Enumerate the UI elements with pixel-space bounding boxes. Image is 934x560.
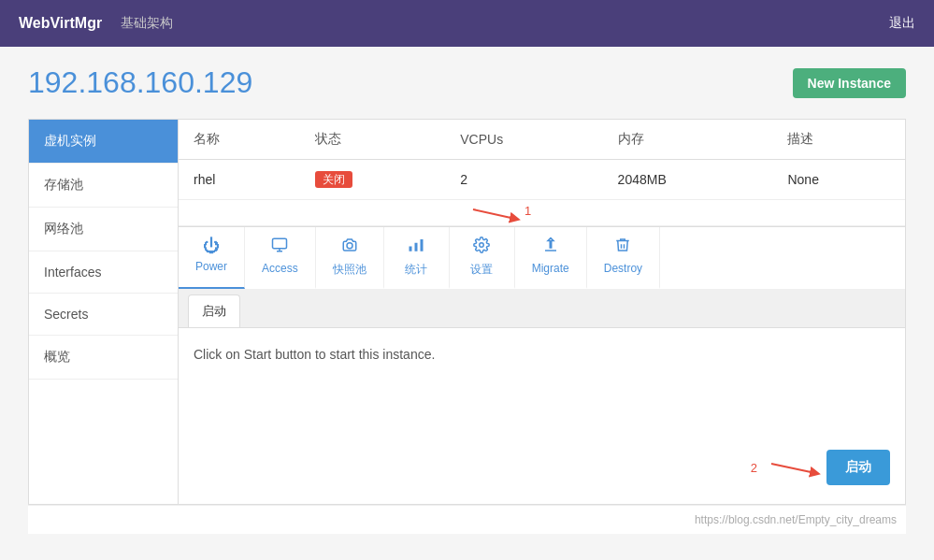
col-memory: 内存 <box>603 120 773 160</box>
access-icon <box>271 237 288 258</box>
header: WebVirtMgr 基础架构 退出 <box>0 0 934 47</box>
tab-migrate[interactable]: Migrate <box>515 227 587 289</box>
action-tabs: ⏻ Power Access 快照池 <box>179 226 905 289</box>
sidebar-item-overview[interactable]: 概览 <box>29 336 178 380</box>
cell-memory: 2048MB <box>603 160 773 200</box>
sidebar-item-vm-instances[interactable]: 虚机实例 <box>29 120 178 164</box>
content-area: 虚机实例 存储池 网络池 Interfaces Secrets 概览 <box>28 119 906 505</box>
svg-rect-5 <box>410 247 412 251</box>
svg-point-8 <box>480 243 484 248</box>
info-panel: Click on Start button to start this inst… <box>179 328 905 440</box>
cell-name: rhel <box>179 160 300 200</box>
svg-rect-7 <box>421 239 424 251</box>
tab-stats-label: 统计 <box>405 262 427 278</box>
tab-destroy[interactable]: Destroy <box>587 227 660 289</box>
annotation-2-label: 2 <box>751 461 757 475</box>
snapshot-icon <box>341 237 358 258</box>
power-icon: ⏻ <box>203 237 220 256</box>
col-desc: 描述 <box>772 120 905 160</box>
footer-watermark: https://blog.csdn.net/Empty_city_dreams <box>28 505 906 534</box>
sub-tabs: 启动 <box>179 289 905 328</box>
logout-button[interactable]: 退出 <box>889 15 915 32</box>
col-vcpus: VCPUs <box>445 120 602 160</box>
tab-stats[interactable]: 统计 <box>384 227 450 289</box>
svg-rect-6 <box>415 243 418 251</box>
sidebar: 虚机实例 存储池 网络池 Interfaces Secrets 概览 <box>29 120 179 504</box>
cell-desc: None <box>772 160 905 200</box>
main-container: 192.168.160.129 New Instance 虚机实例 存储池 网络… <box>0 47 934 553</box>
new-instance-button[interactable]: New Instance <box>793 68 906 98</box>
status-badge: 关闭 <box>315 171 352 188</box>
tab-power-label: Power <box>195 260 227 273</box>
svg-line-9 <box>771 464 815 473</box>
start-button[interactable]: 启动 <box>826 450 890 485</box>
arrow2-icon <box>767 456 823 479</box>
col-name: 名称 <box>179 120 300 160</box>
tab-settings[interactable]: 设置 <box>450 227 515 289</box>
sidebar-item-interfaces[interactable]: Interfaces <box>29 251 178 294</box>
svg-line-0 <box>473 209 515 219</box>
sidebar-item-secrets[interactable]: Secrets <box>29 294 178 336</box>
tab-snapshot-label: 快照池 <box>333 262 366 278</box>
app-logo: WebVirtMgr <box>19 15 102 32</box>
start-button-row: 2 启动 <box>179 440 905 504</box>
annotation-1-label: 1 <box>524 204 531 218</box>
sidebar-item-network-pool[interactable]: 网络池 <box>29 208 178 251</box>
page-title-row: 192.168.160.129 New Instance <box>28 65 906 100</box>
arrow1-icon <box>468 202 524 224</box>
settings-icon <box>473 237 490 258</box>
tab-access-label: Access <box>262 262 298 275</box>
cell-vcpus: 2 <box>445 160 602 200</box>
destroy-icon <box>614 237 631 258</box>
tab-migrate-label: Migrate <box>532 262 569 275</box>
page-title: 192.168.160.129 <box>28 65 252 100</box>
sidebar-item-storage-pool[interactable]: 存储池 <box>29 164 178 208</box>
table-row[interactable]: rhel 关闭 2 2048MB None <box>179 160 905 200</box>
tab-snapshot[interactable]: 快照池 <box>316 227 384 289</box>
instance-table: 名称 状态 VCPUs 内存 描述 rhel 关闭 2 2048MB <box>179 120 905 200</box>
tab-access[interactable]: Access <box>245 227 316 289</box>
col-status: 状态 <box>300 120 446 160</box>
svg-rect-1 <box>273 238 287 249</box>
info-text: Click on Start button to start this inst… <box>194 347 890 362</box>
svg-point-4 <box>347 243 352 249</box>
cell-status: 关闭 <box>300 160 446 200</box>
tab-destroy-label: Destroy <box>604 262 642 275</box>
tab-settings-label: 设置 <box>470 262 493 278</box>
nav-infrastructure[interactable]: 基础架构 <box>121 15 173 32</box>
right-content: 名称 状态 VCPUs 内存 描述 rhel 关闭 2 2048MB <box>179 120 905 504</box>
migrate-icon <box>542 237 559 258</box>
tab-power[interactable]: ⏻ Power <box>179 227 245 289</box>
sub-tab-start[interactable]: 启动 <box>188 294 240 327</box>
arrow1-annotation: 1 <box>179 200 905 226</box>
stats-icon <box>408 237 424 258</box>
